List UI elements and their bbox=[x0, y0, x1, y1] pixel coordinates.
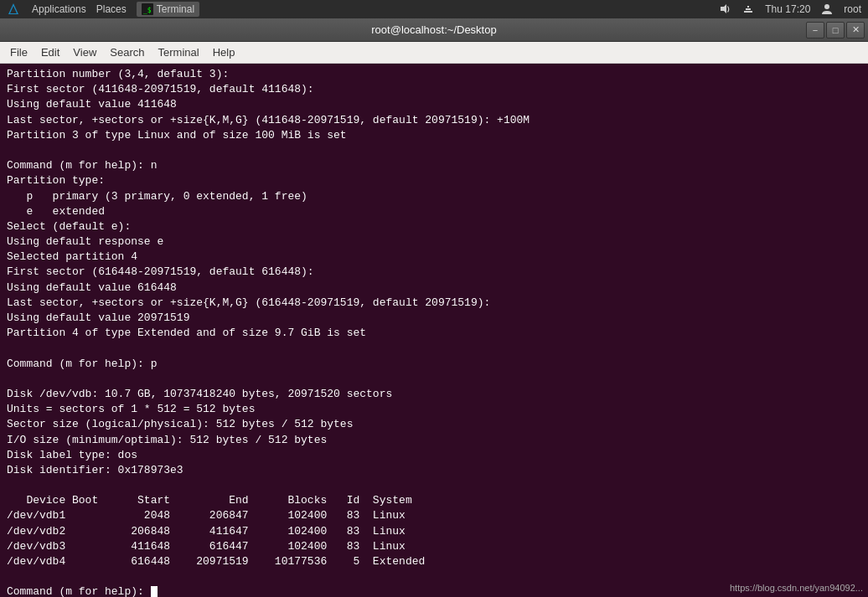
menu-help[interactable]: Help bbox=[206, 44, 242, 60]
maximize-button[interactable]: □ bbox=[826, 22, 845, 39]
bottom-bar: https://blog.csdn.net/yan94092... bbox=[725, 579, 868, 597]
network-icon[interactable] bbox=[741, 3, 755, 16]
system-time: Thu 17:20 bbox=[765, 3, 810, 15]
username-label: root bbox=[844, 3, 861, 15]
user-icon bbox=[820, 3, 834, 16]
terminal-cursor bbox=[151, 586, 158, 597]
menu-bar: File Edit View Search Terminal Help bbox=[0, 42, 868, 64]
close-button[interactable]: ✕ bbox=[846, 22, 865, 39]
terminal-icon: _$ bbox=[142, 3, 153, 15]
url-watermark: https://blog.csdn.net/yan94092... bbox=[730, 583, 863, 593]
terminal-taskbar-item[interactable]: _$ Terminal bbox=[137, 2, 199, 17]
menu-terminal[interactable]: Terminal bbox=[152, 44, 206, 60]
svg-rect-7 bbox=[747, 6, 749, 8]
menu-edit[interactable]: Edit bbox=[34, 44, 66, 60]
window-controls: − □ ✕ bbox=[806, 22, 865, 39]
terminal-taskbar-label: Terminal bbox=[157, 3, 194, 15]
terminal-window: root@localhost:~/Desktop − □ ✕ File Edit… bbox=[0, 18, 868, 597]
system-bar: Applications Places _$ Terminal Thu 17:2… bbox=[0, 0, 868, 18]
menu-view[interactable]: View bbox=[66, 44, 103, 60]
system-bar-left: Applications Places _$ Terminal bbox=[7, 2, 199, 17]
terminal-output: Partition number (3,4, default 3): First… bbox=[7, 67, 861, 597]
applications-menu[interactable]: Applications bbox=[32, 3, 86, 15]
sound-icon[interactable] bbox=[718, 3, 731, 16]
menu-file[interactable]: File bbox=[3, 44, 34, 60]
title-bar: root@localhost:~/Desktop − □ ✕ bbox=[0, 18, 868, 42]
system-bar-right: Thu 17:20 root bbox=[718, 3, 861, 16]
places-menu[interactable]: Places bbox=[96, 3, 127, 15]
svg-rect-5 bbox=[744, 11, 752, 13]
menu-search[interactable]: Search bbox=[103, 44, 151, 60]
terminal-content[interactable]: Partition number (3,4, default 3): First… bbox=[0, 64, 868, 597]
os-logo-icon bbox=[7, 3, 20, 16]
window-title: root@localhost:~/Desktop bbox=[371, 23, 496, 36]
svg-rect-6 bbox=[746, 8, 751, 10]
svg-marker-4 bbox=[721, 4, 726, 13]
svg-point-8 bbox=[824, 4, 829, 9]
svg-text:_$: _$ bbox=[143, 7, 152, 14]
minimize-button[interactable]: − bbox=[806, 22, 824, 39]
